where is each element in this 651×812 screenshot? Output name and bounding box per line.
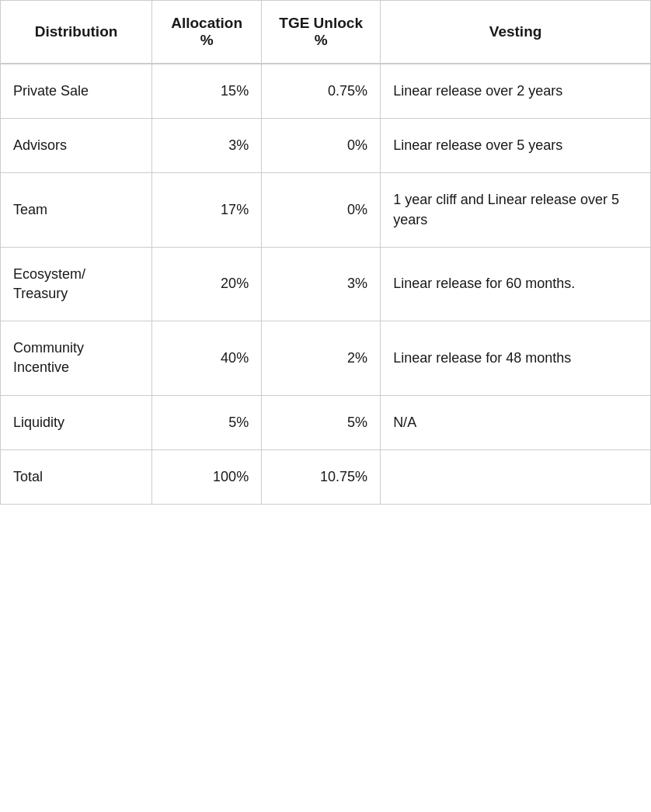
cell-allocation: 3%: [152, 119, 262, 173]
header-tge-unlock: TGE Unlock %: [262, 1, 381, 64]
cell-allocation: 15%: [152, 64, 262, 119]
cell-distribution: Ecosystem/ Treasury: [1, 247, 152, 321]
cell-tge-unlock: 10.75%: [262, 449, 381, 504]
cell-distribution: Advisors: [1, 119, 152, 173]
header-vesting: Vesting: [381, 1, 651, 64]
cell-vesting: Linear release over 2 years: [381, 64, 651, 119]
cell-vesting: 1 year cliff and Linear release over 5 y…: [381, 173, 651, 247]
cell-tge-unlock: 0%: [262, 173, 381, 247]
cell-distribution: Private Sale: [1, 64, 152, 119]
cell-tge-unlock: 0%: [262, 119, 381, 173]
cell-distribution: Total: [1, 449, 152, 504]
cell-allocation: 100%: [152, 449, 262, 504]
cell-tge-unlock: 0.75%: [262, 64, 381, 119]
cell-vesting: Linear release over 5 years: [381, 119, 651, 173]
cell-allocation: 5%: [152, 395, 262, 449]
cell-allocation: 20%: [152, 247, 262, 321]
header-distribution: Distribution: [1, 1, 152, 64]
cell-tge-unlock: 5%: [262, 395, 381, 449]
cell-tge-unlock: 2%: [262, 321, 381, 395]
header-allocation: Allocation %: [152, 1, 262, 64]
cell-distribution: Community Incentive: [1, 321, 152, 395]
cell-tge-unlock: 3%: [262, 247, 381, 321]
token-distribution-table: Distribution Allocation % TGE Unlock % V…: [0, 0, 651, 505]
cell-allocation: 17%: [152, 173, 262, 247]
cell-vesting: Linear release for 48 months: [381, 321, 651, 395]
cell-distribution: Liquidity: [1, 395, 152, 449]
cell-vesting: Linear release for 60 months.: [381, 247, 651, 321]
cell-vesting: [381, 449, 651, 504]
cell-distribution: Team: [1, 173, 152, 247]
cell-vesting: N/A: [381, 395, 651, 449]
cell-allocation: 40%: [152, 321, 262, 395]
